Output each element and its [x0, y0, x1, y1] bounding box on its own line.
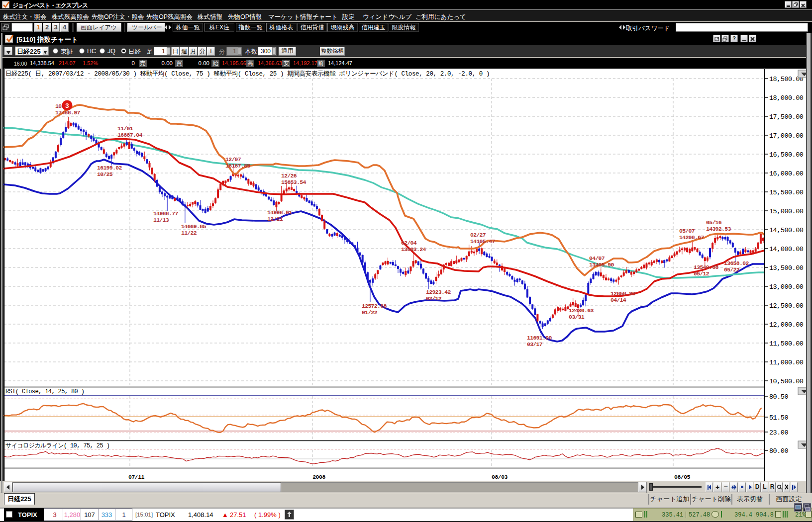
svg-text:03/31: 03/31: [569, 314, 585, 320]
svg-text:13540.68: 13540.68: [694, 264, 718, 270]
svg-text:18,000.00: 18,000.00: [769, 94, 804, 102]
svg-text:日経225( 日, 2007/03/12 - 2008/05: 日経225( 日, 2007/03/12 - 2008/05/30 ) 移動平均…: [5, 70, 490, 78]
svg-text:51.50: 51.50: [769, 414, 788, 422]
svg-text:12,000.00: 12,000.00: [769, 321, 804, 329]
svg-text:04/07: 04/07: [589, 255, 605, 261]
svg-text:05/12: 05/12: [694, 270, 710, 277]
svg-text:13658.02: 13658.02: [724, 260, 749, 266]
svg-text:14669.85: 14669.85: [181, 223, 206, 230]
svg-text:02/27: 02/27: [470, 232, 486, 238]
svg-text:12,500.00: 12,500.00: [769, 302, 804, 310]
svg-text:14998.01: 14998.01: [267, 209, 292, 216]
svg-text:11/13: 11/13: [153, 217, 169, 223]
svg-text:11/01: 11/01: [117, 125, 133, 132]
svg-text:16887.04: 16887.04: [117, 132, 142, 138]
svg-text:12/26: 12/26: [281, 173, 297, 179]
svg-text:サイコロジカルライン( 10, 75, 25 ): サイコロジカルライン( 10, 75, 25 ): [5, 442, 109, 449]
svg-text:13,000.00: 13,000.00: [769, 283, 804, 291]
svg-text:11,000.00: 11,000.00: [769, 359, 804, 366]
svg-text:07/11: 07/11: [128, 474, 145, 480]
svg-text:16199.02: 16199.02: [97, 165, 122, 171]
svg-text:05/07: 05/07: [679, 228, 695, 234]
svg-text:15,500.00: 15,500.00: [769, 189, 804, 196]
svg-text:RSI( Close, 14, 25, 80 ): RSI( Close, 14, 25, 80 ): [5, 388, 84, 395]
svg-text:14105.47: 14105.47: [470, 238, 495, 245]
svg-text:02/12: 02/12: [426, 295, 442, 302]
svg-text:01/22: 01/22: [362, 309, 378, 316]
svg-text:05/22: 05/22: [724, 266, 740, 273]
svg-text:17,500.00: 17,500.00: [769, 113, 804, 121]
svg-text:12430.63: 12430.63: [569, 307, 594, 314]
svg-text:2008: 2008: [312, 474, 325, 480]
svg-text:14208.67: 14208.67: [679, 234, 704, 241]
svg-text:10/25: 10/25: [97, 171, 113, 177]
svg-text:12572.68: 12572.68: [362, 303, 387, 309]
svg-text:16187.85: 16187.85: [225, 163, 250, 169]
svg-text:04/14: 04/14: [610, 297, 626, 303]
svg-text:02/04: 02/04: [401, 240, 417, 246]
svg-text:10,500.00: 10,500.00: [769, 378, 804, 385]
svg-text:11,500.00: 11,500.00: [769, 340, 804, 348]
svg-text:13,500.00: 13,500.00: [769, 264, 804, 272]
svg-text:13883.24: 13883.24: [401, 246, 426, 253]
svg-text:23.00: 23.00: [769, 429, 788, 436]
svg-text:13405.90: 13405.90: [589, 261, 614, 268]
svg-text:15,000.00: 15,000.00: [769, 208, 804, 215]
svg-text:12858.93: 12858.93: [610, 290, 635, 297]
svg-text:3: 3: [65, 102, 69, 110]
svg-text:15653.54: 15653.54: [281, 179, 306, 185]
svg-text:12/21: 12/21: [267, 216, 283, 222]
svg-text:80.00: 80.00: [769, 447, 788, 455]
svg-text:11/22: 11/22: [181, 230, 197, 236]
svg-text:11691.00: 11691.00: [527, 335, 552, 341]
svg-text:80.50: 80.50: [769, 393, 788, 401]
svg-text:16,000.00: 16,000.00: [769, 170, 804, 177]
svg-text:05/16: 05/16: [706, 219, 722, 226]
svg-text:08/03: 08/03: [492, 474, 508, 480]
svg-text:12/07: 12/07: [225, 156, 241, 163]
svg-text:17,000.00: 17,000.00: [769, 132, 804, 140]
svg-text:14392.53: 14392.53: [706, 226, 731, 232]
svg-text:16,500.00: 16,500.00: [769, 151, 804, 159]
svg-text:14,500.00: 14,500.00: [769, 227, 804, 234]
svg-text:08/05: 08/05: [674, 474, 691, 480]
svg-text:12923.42: 12923.42: [426, 289, 451, 295]
svg-text:03/17: 03/17: [527, 341, 543, 348]
svg-text:14,000.00: 14,000.00: [769, 246, 804, 253]
svg-text:14988.77: 14988.77: [153, 210, 178, 217]
